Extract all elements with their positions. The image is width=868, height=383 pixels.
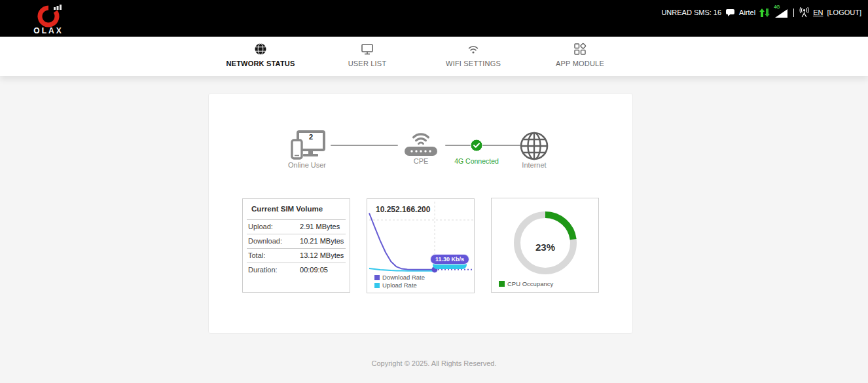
signal-strength-icon: 4G bbox=[774, 6, 788, 19]
download-rate-badge: 11.30 Kb/s bbox=[430, 254, 469, 264]
cpu-legend-swatch bbox=[499, 281, 505, 287]
brand-logo: OLAX bbox=[29, 2, 68, 36]
cpe-node bbox=[403, 129, 439, 160]
row-label: Total: bbox=[248, 249, 298, 263]
online-user-count: 2 bbox=[304, 133, 317, 141]
row-value: 2.91 MBytes bbox=[300, 223, 340, 230]
separator bbox=[793, 9, 794, 17]
device-ip-title: 10.252.166.200 bbox=[376, 205, 430, 214]
language-switch[interactable]: EN bbox=[813, 9, 823, 16]
sim-volume-panel: Current SIM Volume Upload: 2.91 MBytes D… bbox=[242, 198, 350, 293]
upload-legend-swatch bbox=[374, 283, 380, 288]
diagram-line bbox=[331, 145, 398, 146]
tab-app-module[interactable]: APP MODULE bbox=[537, 42, 623, 73]
tab-wifi-settings[interactable]: WIFI SETTINGS bbox=[431, 42, 516, 73]
legend-item: Download Rate bbox=[374, 274, 425, 281]
rate-legend: Download Rate Upload Rate bbox=[374, 273, 425, 289]
download-legend-swatch bbox=[374, 275, 380, 280]
tab-network-status[interactable]: NETWORK STATUS bbox=[218, 42, 303, 73]
traffic-arrows-icon bbox=[759, 9, 770, 17]
row-value: 00:09:05 bbox=[300, 266, 328, 274]
table-row: Upload: 2.91 MBytes bbox=[247, 219, 346, 234]
legend-item: Upload Rate bbox=[374, 282, 425, 289]
tab-label: WIFI SETTINGS bbox=[431, 60, 516, 67]
table-row: Total: 13.12 MBytes bbox=[247, 248, 346, 263]
row-value: 10.21 MBytes bbox=[300, 237, 344, 245]
logout-link[interactable]: [LOGOUT] bbox=[827, 9, 861, 16]
internet-node bbox=[519, 131, 549, 164]
carrier-name: Airtel bbox=[739, 9, 755, 16]
table-row: Download: 10.21 MBytes bbox=[247, 234, 346, 248]
row-label: Upload: bbox=[248, 220, 298, 234]
legend-label: Download Rate bbox=[382, 274, 425, 281]
legend-label: Upload Rate bbox=[382, 282, 417, 289]
main-nav: NETWORK STATUS USER LIST WIFI SETTINGS A… bbox=[0, 37, 868, 76]
internet-globe-icon bbox=[519, 131, 549, 161]
legend-item: CPU Occupancy bbox=[499, 280, 553, 287]
top-status-bar: OLAX UNREAD SMS: 16 Airtel 4G EN [LOGOUT… bbox=[0, 0, 868, 37]
monitor-icon bbox=[360, 42, 374, 56]
unread-sms-count[interactable]: UNREAD SMS: 16 bbox=[661, 9, 721, 16]
cpu-legend: CPU Occupancy bbox=[499, 280, 553, 287]
online-user-node: 2 bbox=[290, 130, 327, 162]
cpu-percent-label: 23% bbox=[509, 242, 581, 253]
sms-message-icon bbox=[725, 9, 735, 17]
globe-filled-icon bbox=[253, 42, 268, 56]
tab-label: USER LIST bbox=[325, 60, 410, 67]
connected-check-icon bbox=[470, 139, 483, 152]
grid-modules-icon bbox=[573, 42, 587, 56]
logo-text: OLAX bbox=[29, 26, 68, 35]
antenna-icon bbox=[799, 7, 809, 18]
tab-label: NETWORK STATUS bbox=[218, 60, 303, 67]
row-label: Download: bbox=[248, 234, 298, 248]
tab-user-list[interactable]: USER LIST bbox=[325, 42, 410, 73]
sim-volume-title: Current SIM Volume bbox=[251, 205, 323, 213]
legend-label: CPU Occupancy bbox=[507, 280, 553, 287]
rate-chart-panel: 10.252.166.200 11.30 Kb/s Download Rate … bbox=[367, 198, 475, 293]
copyright-text: Copyright © 2025. All Rights Reserved. bbox=[0, 359, 868, 367]
network-type-label: 4G bbox=[774, 5, 780, 9]
sim-volume-table: Upload: 2.91 MBytes Download: 10.21 MByt… bbox=[247, 219, 346, 277]
cpe-router-icon bbox=[403, 129, 439, 158]
table-row: Duration: 00:09:05 bbox=[247, 263, 346, 277]
tab-label: APP MODULE bbox=[537, 60, 623, 67]
wifi-icon bbox=[466, 42, 480, 56]
row-label: Duration: bbox=[248, 263, 298, 277]
download-rate-line bbox=[369, 213, 435, 270]
row-value: 13.12 MBytes bbox=[300, 251, 344, 259]
cpu-panel: 23% CPU Occupancy bbox=[491, 198, 599, 293]
